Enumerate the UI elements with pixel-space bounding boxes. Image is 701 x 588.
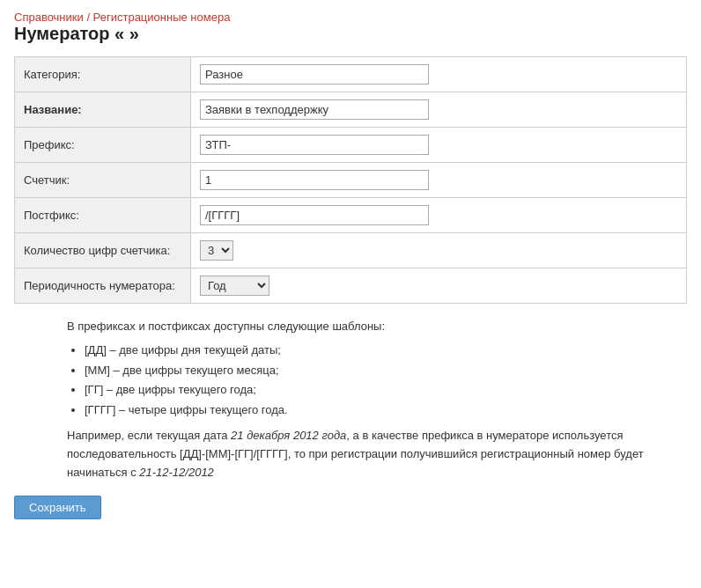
template-item: [ГГГГ] – четыре цифры текущего года. [85, 401, 687, 420]
label-periodicity: Периодичность нумератора: [15, 268, 191, 304]
row-counter-digits: Количество цифр счетчика: 123456 [15, 233, 687, 268]
row-name: Название: [15, 92, 687, 128]
row-periodicity: Периодичность нумератора: ДеньМесяцГодНи… [15, 268, 687, 304]
counter-field[interactable] [200, 170, 429, 190]
row-postfix: Постфикс: [15, 198, 687, 233]
category-field[interactable] [200, 64, 429, 85]
breadcrumb-link-refs[interactable]: Справочники [14, 11, 84, 24]
label-counter: Счетчик: [15, 163, 191, 198]
row-category: Категория: [15, 57, 687, 92]
form-table: Категория: Название: Префикс: Счетчик: П… [14, 56, 687, 304]
label-prefix: Префикс: [15, 128, 191, 163]
counter-digits-select[interactable]: 123456 [200, 240, 233, 261]
label-category: Категория: [15, 57, 191, 92]
templates-list: [ДД] – две цифры дня текущей даты;[ММ] –… [85, 342, 687, 420]
name-field[interactable] [200, 99, 429, 120]
row-prefix: Префикс: [15, 128, 687, 163]
template-item: [ММ] – две цифры текущего месяца; [85, 362, 687, 380]
template-item: [ДД] – две цифры дня текущей даты; [85, 342, 687, 360]
save-button[interactable]: Сохранить [14, 496, 101, 519]
info-block: В префиксах и постфиксах доступны следую… [67, 318, 687, 481]
page-title: Нумератор « » [14, 24, 687, 44]
breadcrumb: Справочники / Регистрационные номера [14, 11, 687, 24]
prefix-field[interactable] [200, 135, 429, 155]
label-counter-digits: Количество цифр счетчика: [15, 233, 191, 268]
breadcrumb-link-regnums[interactable]: Регистрационные номера [93, 11, 231, 24]
row-counter: Счетчик: [15, 163, 687, 198]
info-intro: В префиксах и постфиксах доступны следую… [67, 318, 687, 336]
label-postfix: Постфикс: [15, 198, 191, 233]
postfix-field[interactable] [200, 205, 429, 225]
template-item: [ГГ] – две цифры текущего года; [85, 381, 687, 400]
label-name: Название: [15, 92, 191, 128]
periodicity-select[interactable]: ДеньМесяцГодНикогда [200, 276, 269, 296]
example-text: Например, если текущая дата 21 декабря 2… [67, 427, 687, 481]
